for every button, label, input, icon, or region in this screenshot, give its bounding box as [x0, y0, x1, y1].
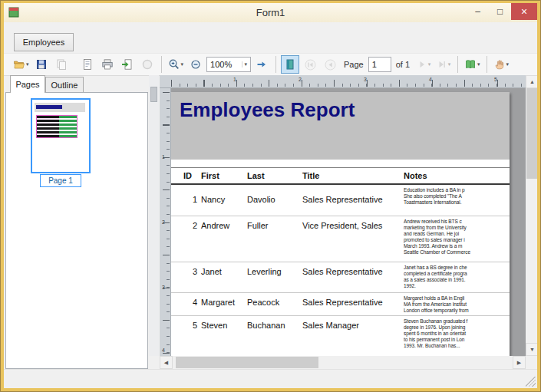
cell-first: Steven	[201, 321, 227, 330]
copy-icon	[55, 58, 68, 71]
vruler-number: 4	[162, 348, 165, 353]
cell-first: Andrew	[201, 221, 229, 230]
export-page-icon	[121, 58, 134, 71]
continuous-view-icon	[284, 58, 296, 71]
cell-notes: Margaret holds a BA in Engli MA from the…	[404, 295, 507, 314]
cell-first: Nancy	[201, 195, 225, 204]
scroll-right-icon[interactable]: ▶	[513, 356, 526, 369]
page-label: Page	[344, 60, 364, 69]
pane-scrollbar-thumb[interactable]	[150, 87, 157, 102]
titlebar[interactable]: Form1 – □ ×	[4, 3, 537, 22]
zoom-out-icon	[190, 58, 202, 71]
cell-title: Sales Representative	[302, 298, 383, 307]
last-page-icon	[437, 59, 447, 70]
scrollbar-corner	[526, 356, 537, 369]
first-page-button[interactable]	[301, 55, 319, 74]
hand-tool-button[interactable]: ▾	[492, 55, 511, 74]
cell-last: Peacock	[247, 298, 279, 307]
printer-icon	[101, 58, 114, 71]
cell-first: Janet	[201, 267, 222, 276]
tab-outline[interactable]: Outline	[45, 77, 84, 93]
column-header-id: ID	[183, 171, 192, 180]
minimize-button[interactable]: –	[467, 3, 489, 20]
prev-page-button[interactable]	[321, 55, 339, 74]
book-icon	[464, 58, 477, 71]
forward-arrow-icon	[256, 58, 268, 71]
window-title: Form1	[4, 7, 537, 18]
pages-pane: Page 1	[5, 92, 148, 369]
toolbar-separator	[487, 56, 487, 73]
thumbnail-table-green	[59, 116, 77, 137]
column-header-first: First	[201, 171, 219, 180]
vertical-scroll-track[interactable]	[526, 88, 537, 343]
horizontal-scroll-thumb[interactable]	[176, 357, 318, 368]
table-row: 1 Nancy Davolio Sales Representative Edu…	[171, 185, 510, 216]
employees-button[interactable]: Employees	[14, 33, 74, 51]
thumbnail-table-dark	[37, 116, 59, 137]
resize-grip[interactable]	[526, 377, 536, 387]
book-caret-icon: ▾	[477, 61, 480, 68]
export-button[interactable]	[118, 55, 137, 74]
next-page-button[interactable]: ▾	[414, 55, 433, 74]
form-window: Form1 – □ × Employees ▾	[0, 0, 541, 392]
cell-notes: Steven Buchanan graduated f degree in 19…	[404, 318, 507, 354]
cell-first: Margaret	[201, 298, 235, 307]
form-content: Employees ▾	[4, 22, 537, 388]
zoom-combo-caret-icon[interactable]: ▾	[242, 61, 248, 68]
vruler-number: 1	[162, 154, 165, 160]
table-header: ID First Last Title Notes	[171, 167, 510, 185]
pane-scrollbar[interactable]	[149, 75, 159, 356]
horizontal-scroll-track[interactable]	[173, 356, 513, 369]
last-page-button[interactable]: ▾	[434, 55, 453, 74]
page-number-value: 1	[372, 60, 388, 69]
cell-id: 4	[177, 298, 197, 307]
report-viewport[interactable]: Employees Report ID First Last Title Not…	[171, 88, 526, 356]
cell-title: Sales Manager	[302, 321, 359, 330]
stop-button[interactable]	[138, 55, 157, 74]
cell-id: 1	[177, 195, 197, 204]
scroll-down-icon[interactable]: ▼	[526, 343, 537, 356]
cell-title: Sales Representative	[302, 267, 383, 276]
cell-title: Vice President, Sales	[302, 221, 382, 230]
hruler-number: 3	[364, 77, 367, 82]
forward-arrow-button[interactable]	[252, 55, 271, 74]
vertical-scroll-thumb[interactable]	[526, 88, 537, 179]
maximize-button[interactable]: □	[489, 3, 511, 20]
column-header-notes: Notes	[404, 171, 427, 180]
thumbnail-caption[interactable]: Page 1	[40, 174, 81, 187]
thumbnail-table	[36, 115, 78, 138]
hruler-number: 5	[494, 77, 497, 82]
outline-book-button[interactable]: ▾	[463, 55, 482, 74]
cell-notes: Janet has a BS degree in che completed a…	[404, 265, 507, 291]
page-setup-button[interactable]	[78, 55, 97, 74]
print-button[interactable]	[98, 55, 117, 74]
cell-last: Leverling	[247, 267, 282, 276]
cell-id: 2	[177, 221, 197, 230]
open-folder-icon	[13, 58, 25, 71]
caption-buttons: – □ ×	[467, 3, 537, 20]
scroll-left-icon[interactable]: ◀	[160, 356, 173, 369]
close-button[interactable]: ×	[511, 3, 537, 20]
column-header-last: Last	[247, 171, 265, 180]
copy-button[interactable]	[52, 55, 71, 74]
scroll-up-icon[interactable]: ▲	[526, 75, 537, 88]
hand-caret-icon: ▾	[506, 61, 510, 68]
cell-id: 5	[177, 321, 197, 330]
continuous-view-button[interactable]	[281, 55, 299, 74]
zoom-out-button[interactable]	[186, 55, 205, 74]
save-button[interactable]	[32, 55, 51, 74]
tab-pages[interactable]: Pages	[10, 75, 45, 93]
horizontal-scrollbar[interactable]: ◀ ▶	[160, 356, 526, 369]
open-button[interactable]: ▾	[12, 55, 31, 74]
vertical-scrollbar[interactable]: ▲ ▼	[526, 75, 537, 356]
prev-page-icon	[324, 58, 337, 71]
open-caret-icon: ▾	[26, 61, 29, 68]
hruler-number: 1	[233, 77, 236, 82]
zoom-combo[interactable]: 100% ▾	[206, 57, 251, 72]
vruler-number: 3	[162, 285, 165, 290]
status-bar	[4, 369, 537, 388]
zoom-in-button[interactable]: ▾	[167, 55, 186, 74]
page-number-input[interactable]: 1	[368, 57, 391, 72]
page-thumbnail[interactable]	[31, 98, 91, 173]
vruler-number: 2	[162, 219, 165, 225]
